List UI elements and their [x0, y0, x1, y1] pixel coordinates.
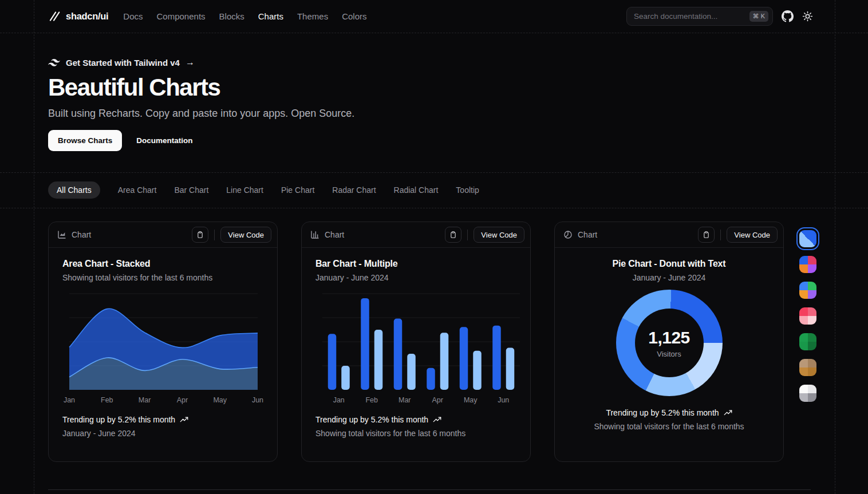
github-icon[interactable] — [782, 10, 794, 22]
view-code-button[interactable]: View Code — [220, 227, 271, 243]
search-input[interactable] — [634, 12, 749, 21]
search-box[interactable]: ⌘ K — [626, 7, 773, 26]
copy-code-button[interactable] — [445, 227, 461, 243]
theme-swatch-amber[interactable] — [799, 359, 816, 376]
nav-right: ⌘ K — [626, 7, 813, 26]
nav-link-blocks[interactable]: Blocks — [219, 11, 244, 21]
documentation-button[interactable]: Documentation — [127, 130, 202, 151]
footer-secondary-text: Showing total visitors for the last 6 mo… — [569, 422, 770, 431]
card-title: Area Chart - Stacked — [62, 259, 263, 269]
card-body: Pie Chart - Donut with Text January - Ju… — [555, 248, 783, 431]
nav-link-colors[interactable]: Colors — [342, 11, 366, 21]
card-description: Showing total visitors for the last 6 mo… — [62, 273, 263, 282]
view-code-button[interactable]: View Code — [474, 227, 524, 243]
tab-pie-chart[interactable]: Pie Chart — [281, 185, 314, 195]
svg-text:Jan: Jan — [333, 396, 345, 404]
brand-name: shadcn/ui — [66, 11, 108, 22]
right-frame-divider — [835, 0, 835, 494]
shadcn-logo-icon — [48, 10, 60, 22]
card-toolbar-label: Chart — [325, 230, 445, 239]
bar-chart-icon — [310, 230, 319, 239]
header-divider — [0, 33, 868, 33]
chart-filter-tabs: All ChartsArea ChartBar ChartLine ChartP… — [48, 181, 479, 199]
tab-bar-chart[interactable]: Bar Chart — [174, 185, 208, 195]
nav-links: DocsComponentsBlocksChartsThemesColors — [123, 11, 366, 21]
card-footer: Trending up by 5.2% this month Showing t… — [315, 415, 516, 438]
tabs-bottom-divider — [0, 208, 868, 208]
trend-text: Trending up by 5.2% this month — [62, 415, 175, 424]
toolbar-separator — [467, 230, 468, 240]
brand-link[interactable]: shadcn/ui — [48, 10, 108, 22]
chart-card-pie: Chart View Code Pie Chart - Donut with T… — [554, 222, 784, 462]
browse-charts-button[interactable]: Browse Charts — [48, 130, 122, 151]
donut-center: 1,125 Visitors — [635, 309, 704, 377]
card-toolbar: Chart View Code — [555, 222, 783, 248]
card-description: January - June 2024 — [315, 273, 516, 282]
theme-swatch-green[interactable] — [799, 333, 816, 350]
theme-toggle-sun-icon[interactable] — [802, 11, 813, 22]
theme-swatch-multi-cool[interactable] — [799, 282, 816, 299]
clipboard-icon — [703, 231, 710, 239]
copy-code-button[interactable] — [192, 227, 208, 243]
grouped-bar-chart: JanFebMarAprMayJun — [322, 294, 510, 406]
search-shortcut-badge: ⌘ K — [749, 11, 768, 22]
nav-link-themes[interactable]: Themes — [297, 11, 328, 21]
pie-chart-icon — [563, 230, 573, 239]
banner-label: Get Started with Tailwind v4 — [66, 58, 180, 68]
trend-text: Trending up by 5.2% this month — [315, 415, 428, 424]
chart-card-area: Chart View Code Area Chart - Stacked Sho… — [48, 222, 278, 462]
donut-total-value: 1,125 — [648, 328, 690, 347]
tab-radial-chart[interactable]: Radial Chart — [394, 185, 439, 195]
theme-swatch-multi-warm[interactable] — [799, 256, 816, 273]
tailwind-banner-link[interactable]: Get Started with Tailwind v4 → — [48, 56, 354, 69]
card-body: Bar Chart - Multiple January - June 2024… — [302, 248, 530, 438]
tab-area-chart[interactable]: Area Chart — [118, 185, 157, 195]
card-toolbar-label: Chart — [72, 230, 192, 239]
footer-secondary-text: Showing total visitors for the last 6 mo… — [315, 429, 516, 438]
tab-line-chart[interactable]: Line Chart — [226, 185, 263, 195]
arrow-right-icon: → — [186, 57, 195, 68]
hero-buttons: Browse Charts Documentation — [48, 130, 354, 151]
copy-code-button[interactable] — [698, 227, 715, 243]
theme-swatch-gray[interactable] — [799, 385, 816, 402]
svg-text:May: May — [464, 396, 478, 404]
tailwind-icon — [48, 59, 60, 66]
theme-swatch-blue[interactable] — [799, 230, 816, 247]
nav-link-components[interactable]: Components — [157, 11, 206, 21]
card-description: January - June 2024 — [569, 273, 770, 282]
nav-link-docs[interactable]: Docs — [123, 11, 143, 21]
next-section-rule — [48, 489, 811, 490]
top-nav: shadcn/ui DocsComponentsBlocksChartsThem… — [0, 0, 868, 33]
theme-swatch-rail — [799, 230, 816, 402]
svg-text:Apr: Apr — [177, 396, 188, 404]
trending-up-icon — [180, 416, 188, 424]
tab-tooltip[interactable]: Tooltip — [456, 185, 479, 195]
view-code-button[interactable]: View Code — [727, 227, 778, 243]
card-title: Bar Chart - Multiple — [315, 259, 516, 269]
clipboard-icon — [449, 231, 457, 239]
card-toolbar: Chart View Code — [49, 222, 277, 248]
theme-swatch-rose[interactable] — [799, 307, 816, 325]
card-footer: Trending up by 5.2% this month January -… — [62, 415, 263, 438]
card-body: Area Chart - Stacked Showing total visit… — [49, 248, 277, 438]
charts-page: shadcn/ui DocsComponentsBlocksChartsThem… — [0, 0, 868, 494]
left-frame-divider — [34, 0, 34, 494]
svg-text:Apr: Apr — [432, 396, 443, 404]
trending-up-icon — [724, 409, 732, 417]
trending-up-icon — [433, 416, 441, 424]
stacked-area-chart: JanFebMarAprMayJun — [69, 294, 257, 406]
page-subtitle: Built using Recharts. Copy and paste int… — [48, 106, 354, 121]
card-toolbar: Chart View Code — [302, 222, 530, 248]
svg-text:Feb: Feb — [101, 396, 113, 404]
page-title: Beautiful Charts — [48, 73, 354, 102]
tab-all-charts[interactable]: All Charts — [48, 181, 100, 199]
tab-radar-chart[interactable]: Radar Chart — [332, 185, 376, 195]
svg-text:Jun: Jun — [252, 396, 263, 404]
card-footer: Trending up by 5.2% this month Showing t… — [569, 408, 770, 431]
hero-section: Get Started with Tailwind v4 → Beautiful… — [48, 56, 354, 151]
donut-chart: 1,125 Visitors — [616, 290, 723, 396]
chart-card-bar: Chart View Code Bar Chart - Multiple Jan… — [301, 222, 531, 462]
svg-text:Feb: Feb — [365, 396, 378, 404]
nav-link-charts[interactable]: Charts — [258, 11, 283, 21]
clipboard-icon — [196, 231, 204, 239]
